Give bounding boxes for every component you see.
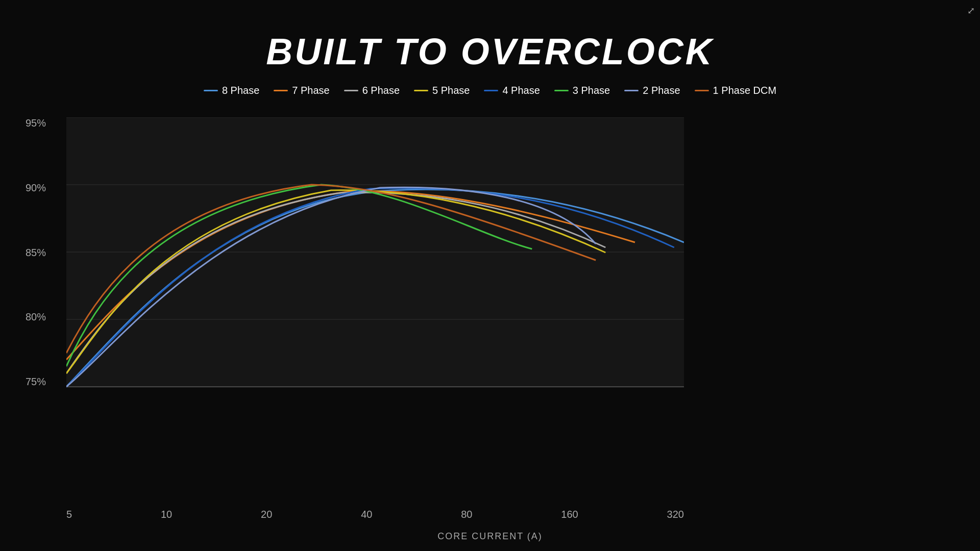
legend-label: 3 Phase	[573, 85, 610, 96]
legend-item-4-phase: 4 Phase	[484, 85, 540, 96]
chart-svg	[66, 117, 684, 388]
y-axis-labels: 95% 90% 85% 80% 75%	[26, 117, 46, 388]
legend-item-1-phase-dcm: 1 Phase DCM	[695, 85, 777, 96]
y-label-95: 95%	[26, 117, 46, 129]
legend-label: 8 Phase	[222, 85, 259, 96]
chart-legend: 8 Phase7 Phase6 Phase5 Phase4 Phase3 Pha…	[0, 85, 980, 96]
legend-color-swatch	[204, 90, 218, 91]
legend-color-swatch	[624, 90, 639, 91]
x-axis-labels: 5 10 20 40 80 160 320	[66, 509, 684, 520]
legend-item-5-phase: 5 Phase	[414, 85, 470, 96]
svg-rect-0	[66, 117, 684, 388]
x-label-160: 160	[561, 509, 578, 520]
legend-color-swatch	[414, 90, 428, 91]
legend-label: 7 Phase	[292, 85, 329, 96]
legend-label: 1 Phase DCM	[713, 85, 777, 96]
legend-color-swatch	[554, 90, 569, 91]
legend-label: 5 Phase	[432, 85, 470, 96]
x-label-10: 10	[161, 509, 172, 520]
x-label-40: 40	[361, 509, 372, 520]
legend-item-3-phase: 3 Phase	[554, 85, 610, 96]
legend-label: 2 Phase	[643, 85, 680, 96]
legend-label: 6 Phase	[362, 85, 400, 96]
expand-button[interactable]: ⤢	[967, 5, 975, 16]
x-label-20: 20	[261, 509, 272, 520]
legend-label: 4 Phase	[502, 85, 540, 96]
legend-item-8-phase: 8 Phase	[204, 85, 259, 96]
x-label-80: 80	[461, 509, 472, 520]
page-title: BUILT TO OVERCLOCK	[0, 0, 980, 72]
legend-color-swatch	[484, 90, 498, 91]
legend-item-2-phase: 2 Phase	[624, 85, 680, 96]
y-label-80: 80%	[26, 311, 46, 323]
legend-color-swatch	[274, 90, 288, 91]
y-label-90: 90%	[26, 182, 46, 194]
y-label-85: 85%	[26, 247, 46, 259]
legend-color-swatch	[695, 90, 709, 91]
legend-color-swatch	[344, 90, 358, 91]
y-label-75: 75%	[26, 376, 46, 388]
x-label-320: 320	[667, 509, 684, 520]
legend-item-7-phase: 7 Phase	[274, 85, 329, 96]
x-axis-title: CORE CURRENT (A)	[0, 531, 980, 542]
legend-item-6-phase: 6 Phase	[344, 85, 400, 96]
x-label-5: 5	[66, 509, 72, 520]
